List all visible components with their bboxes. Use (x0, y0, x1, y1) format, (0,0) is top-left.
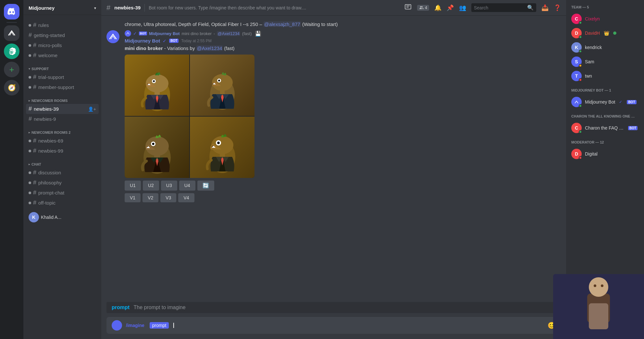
server-name: Midjourney (29, 5, 55, 11)
message-author[interactable]: Midjourney Bot (125, 38, 160, 44)
status-online-icon (579, 35, 582, 39)
save-image-icon[interactable]: 💾 (255, 31, 261, 37)
channel-item-newbies-99[interactable]: # newbies-99 (26, 146, 99, 156)
channel-item-discussion[interactable]: # discussion (26, 168, 99, 178)
crown-badge-icon: 👑 (604, 31, 609, 36)
bot-message-group: ✓ BOT Midjourney Bot mini dino broker - … (101, 29, 566, 204)
channel-item-rules[interactable]: # rules (26, 20, 99, 30)
member-avatar-digital: D (571, 149, 582, 159)
message-timestamp: Today at 2:55 PM (181, 39, 211, 43)
channel-item-prompt-chat[interactable]: # prompt-chat (26, 188, 99, 198)
boost-dot (613, 31, 616, 35)
action-buttons-row1: U1 U2 U3 U4 🔄 (125, 181, 561, 191)
help-icon[interactable]: ❓ (554, 4, 561, 11)
message-text: mini dino broker - Variations by @Axel12… (125, 45, 561, 52)
channel-item-newbies-69[interactable]: # newbies-69 (26, 136, 99, 146)
bullet-dot (29, 150, 31, 152)
member-davidh[interactable]: D DavidH 👑 (569, 26, 641, 40)
waiting-mention: @alexsajzh_877 (264, 21, 301, 27)
channel-item-trial-support[interactable]: # trial-support (26, 72, 99, 82)
channel-item-newbies-39[interactable]: # newbies-39 👤+ (26, 104, 99, 114)
v1-button[interactable]: V1 (125, 193, 141, 202)
discord-home-icon[interactable] (4, 4, 19, 19)
v4-button[interactable]: V4 (178, 193, 194, 202)
newcomer-rooms-2-header[interactable]: ▸ NEWCOMER ROOMS 2 (26, 131, 99, 136)
channel-item-philosophy[interactable]: # philosophy (26, 178, 99, 188)
channel-item-micro-polls[interactable]: # micro-polls (26, 40, 99, 50)
image-cell-4 (190, 117, 254, 178)
channel-item-getting-started[interactable]: # getting-started (26, 30, 99, 40)
channel-item-newbies-9[interactable]: # newbies-9 (26, 114, 99, 124)
bullet-dot (29, 44, 31, 47)
notifications-icon[interactable]: 🔔 (434, 4, 441, 11)
add-member-icon[interactable]: 👤+ (88, 107, 96, 112)
member-charon[interactable]: C Charon the FAQ … BOT (569, 121, 641, 135)
server-header[interactable]: Midjourney ▾ (23, 0, 101, 15)
status-online-icon (579, 50, 582, 53)
v2-button[interactable]: V2 (142, 193, 158, 202)
dino-art-2 (196, 56, 248, 114)
person-eye-left (594, 284, 596, 287)
inline-speed: (fast) (242, 31, 252, 36)
channel-item-welcome[interactable]: # welcome (26, 50, 99, 60)
header-divider (144, 4, 145, 12)
newcomer-rooms-2-label: NEWCOMER ROOMS 2 (31, 131, 70, 134)
channel-hash-icon: # (33, 84, 36, 91)
channel-item-off-topic[interactable]: # off-topic (26, 198, 99, 208)
status-online-icon (579, 130, 582, 133)
channel-hash-icon: # (33, 137, 36, 144)
svg-point-12 (218, 80, 220, 82)
member-avatar-kendrick: K (571, 42, 582, 53)
msg-bold: mini dino broker (125, 45, 163, 51)
inline-bot-author: Midjourney Bot (149, 31, 180, 36)
main-content: # newbies-39 Bot room for new users. Typ… (101, 0, 566, 339)
channel-name-trial-support: trial-support (38, 74, 64, 80)
video-person (553, 274, 644, 339)
u1-button[interactable]: U1 (125, 181, 141, 191)
newcomer-rooms-header[interactable]: ▸ NEWCOMER ROOMS (26, 99, 99, 104)
member-midjourney-bot[interactable]: Midjourney Bot ✓ BOT (569, 95, 641, 109)
inline-mention: @Axel1234 (217, 31, 240, 36)
server-icon-midjourney[interactable] (4, 25, 19, 41)
add-server-button[interactable]: + (4, 62, 19, 77)
v3-button[interactable]: V3 (160, 193, 176, 202)
channel-section-top: # rules # getting-started # micro-polls … (23, 15, 101, 62)
channel-item-member-support[interactable]: # member-support (26, 82, 99, 92)
member-kendrick[interactable]: K kendrick (569, 40, 641, 55)
dino-art-1 (131, 56, 183, 114)
members-icon[interactable]: 👥 (459, 4, 466, 11)
channel-name-getting-started: getting-started (34, 32, 65, 38)
channel-hash-icon: # (33, 52, 36, 59)
charon-section-header: CHARON THE ALL KNOWING ONE … (569, 114, 641, 121)
member-count-badge[interactable]: 4 (417, 5, 429, 11)
msg-desc: - Variations by (164, 45, 195, 51)
search-box[interactable]: Search 🔍 (471, 3, 536, 12)
messages-area[interactable]: chrome, Ultra photoreal, Depth of Field,… (101, 16, 566, 302)
server-sidebar: + 🧭 (0, 0, 23, 339)
bot-tag-charon: BOT (628, 126, 638, 130)
member-sam[interactable]: S Sam (569, 55, 641, 69)
video-call-thumbnail (553, 274, 644, 339)
explore-servers-button[interactable]: 🧭 (4, 80, 19, 95)
inbox-icon[interactable]: 📥 (541, 4, 549, 11)
u3-button[interactable]: U3 (161, 181, 177, 191)
chat-section-header[interactable]: ▸ CHAT (26, 162, 99, 168)
threads-icon[interactable] (404, 3, 412, 12)
channel-item-khalid[interactable]: K Khalid A... (26, 210, 99, 224)
server-icon-openai[interactable] (4, 44, 19, 59)
u2-button[interactable]: U2 (143, 181, 159, 191)
text-cursor (173, 323, 174, 328)
support-header[interactable]: ▾ SUPPORT (26, 67, 99, 72)
u4-button[interactable]: U4 (179, 181, 195, 191)
channel-hash-icon: # (33, 22, 36, 29)
member-digital[interactable]: D Digital (569, 147, 641, 161)
channel-name-prompt-chat: prompt-chat (38, 190, 64, 195)
member-cixelyn[interactable]: C Cixelyn (569, 12, 641, 26)
chat-section: ▸ CHAT # discussion # philosophy # promp… (23, 157, 101, 225)
pin-icon[interactable]: 📌 (447, 4, 454, 11)
refresh-button[interactable]: 🔄 (197, 181, 214, 191)
status-dnd-icon (579, 78, 582, 82)
member-twn[interactable]: T twn (569, 69, 641, 83)
collapse-arrow-icon: ▾ (29, 67, 30, 70)
newcomer-rooms-section: ▸ NEWCOMER ROOMS # newbies-39 👤+ # newbi… (23, 94, 101, 125)
